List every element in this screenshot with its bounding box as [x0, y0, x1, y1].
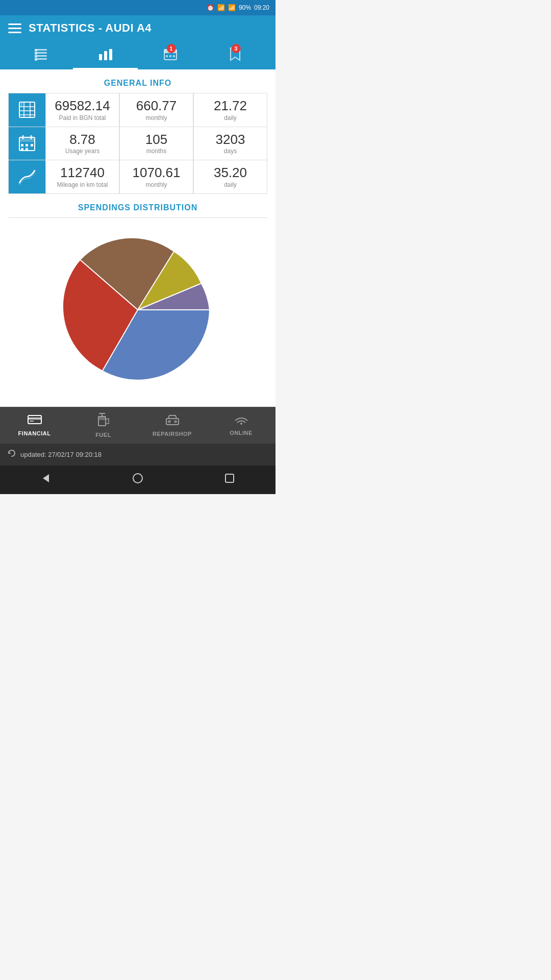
svg-rect-40 — [28, 418, 41, 420]
android-nav — [0, 465, 276, 494]
usage-years-cell: 8.78 Usage years — [45, 127, 119, 160]
tab-bookmark[interactable]: 3 — [203, 42, 267, 69]
calendar-badge: 1 — [166, 44, 176, 53]
svg-rect-7 — [35, 58, 37, 61]
online-nav-icon — [234, 414, 248, 428]
svg-marker-50 — [43, 474, 49, 482]
header-tabs: 1 3 — [8, 42, 267, 69]
months-cell: 105 months — [119, 127, 193, 160]
svg-rect-5 — [35, 52, 37, 55]
bookmark-badge: 3 — [231, 44, 240, 53]
repairshop-nav-label: REPAIRSHOP — [153, 431, 192, 437]
bottom-nav: FINANCIAL FUEL REPAIRSHOP — [0, 407, 276, 444]
menu-button[interactable] — [8, 23, 21, 33]
monthly-cost-label: monthly — [145, 114, 167, 121]
usage-years-value: 8.78 — [69, 132, 95, 147]
calendar-icon-cell — [9, 127, 45, 160]
mileage-total-label: Mileage in km total — [57, 181, 108, 188]
stats-row-time: 8.78 Usage years 105 months 3203 days — [9, 127, 267, 161]
time-text: 09:20 — [254, 4, 269, 11]
svg-rect-52 — [226, 474, 234, 482]
financial-icon-cell: Σ — [9, 93, 45, 127]
monthly-cost-cell: 660.77 monthly — [119, 93, 193, 127]
road-icon-cell — [9, 160, 45, 193]
spendings-title: SPENDINGS DISTRIBUTION — [0, 194, 276, 217]
nav-fuel[interactable]: FUEL — [69, 408, 138, 442]
svg-rect-43 — [98, 416, 106, 420]
stats-row-financial: Σ 69582.14 Paid in BGN total 660.77 mont… — [9, 93, 267, 127]
mileage-total-cell: 112740 Mileage in km total — [45, 160, 119, 193]
page-title: STATISTICS - AUDI A4 — [29, 21, 152, 35]
tab-chart[interactable] — [73, 42, 138, 69]
svg-rect-32 — [21, 148, 23, 151]
mileage-monthly-label: monthly — [145, 181, 167, 188]
mileage-monthly-value: 1070.61 — [133, 165, 181, 180]
svg-rect-6 — [35, 55, 37, 58]
days-value: 3203 — [216, 132, 245, 147]
svg-rect-16 — [169, 55, 171, 57]
svg-rect-4 — [35, 49, 37, 52]
tab-list[interactable] — [8, 42, 73, 69]
home-button[interactable] — [132, 472, 144, 487]
svg-rect-26 — [19, 137, 35, 142]
svg-rect-17 — [173, 55, 175, 57]
mileage-monthly-cell: 1070.61 monthly — [119, 160, 193, 193]
wifi-icon: 📶 — [217, 4, 225, 11]
svg-point-47 — [168, 420, 171, 423]
back-button[interactable] — [40, 472, 52, 487]
svg-rect-33 — [26, 148, 28, 151]
pie-chart — [56, 228, 219, 391]
signal-icon: 📶 — [228, 4, 236, 11]
paid-bgn-value: 69582.14 — [55, 99, 110, 113]
paid-bgn-label: Paid in BGN total — [59, 114, 106, 121]
svg-point-49 — [240, 423, 242, 425]
online-nav-label: ONLINE — [230, 430, 253, 436]
main-content: GENERAL INFO Σ 69582.14 — [0, 69, 276, 407]
daily-cost-value: 21.72 — [214, 99, 247, 113]
svg-point-48 — [174, 420, 177, 423]
repairshop-nav-icon — [165, 413, 180, 429]
general-info-title: GENERAL INFO — [0, 69, 276, 93]
general-info-section: GENERAL INFO Σ 69582.14 — [0, 69, 276, 194]
svg-rect-9 — [104, 51, 107, 60]
financial-nav-label: FINANCIAL — [18, 430, 51, 436]
recents-button[interactable] — [223, 472, 236, 487]
nav-repairshop[interactable]: REPAIRSHOP — [138, 409, 207, 441]
mileage-daily-cell: 35.20 daily — [193, 160, 267, 193]
nav-online[interactable]: ONLINE — [207, 410, 276, 440]
chart-icon — [98, 47, 113, 64]
paid-bgn-cell: 69582.14 Paid in BGN total — [45, 93, 119, 127]
stats-row-mileage: 112740 Mileage in km total 1070.61 month… — [9, 160, 267, 193]
financial-nav-icon — [28, 414, 42, 428]
status-bar: ⏰ 📶 📶 90% 09:20 — [0, 0, 276, 15]
fuel-nav-icon — [97, 412, 110, 430]
pie-chart-container — [0, 218, 276, 397]
spendings-section: SPENDINGS DISTRIBUTION — [0, 194, 276, 407]
spreadsheet-icon: Σ — [18, 101, 36, 119]
svg-rect-41 — [30, 421, 34, 422]
svg-rect-30 — [26, 144, 28, 146]
mileage-total-value: 112740 — [60, 165, 105, 180]
svg-text:Σ: Σ — [20, 103, 23, 106]
update-bar: updated: 27/02/17 09:20:18 — [0, 444, 276, 465]
nav-financial[interactable]: FINANCIAL — [0, 410, 69, 440]
tab-calendar[interactable]: 1 — [138, 42, 203, 69]
calendar-small-icon — [18, 134, 36, 153]
header: STATISTICS - AUDI A4 — [0, 15, 276, 69]
mileage-daily-label: daily — [224, 181, 237, 188]
days-label: days — [224, 148, 237, 155]
stats-table: Σ 69582.14 Paid in BGN total 660.77 mont… — [8, 93, 267, 194]
alarm-icon: ⏰ — [207, 4, 214, 11]
svg-rect-15 — [166, 55, 168, 57]
svg-point-51 — [133, 474, 142, 483]
daily-cost-cell: 21.72 daily — [193, 93, 267, 127]
monthly-cost-value: 660.77 — [136, 99, 177, 113]
fuel-nav-label: FUEL — [95, 432, 111, 438]
svg-rect-31 — [31, 144, 33, 146]
usage-years-label: Usage years — [65, 148, 99, 155]
days-cell: 3203 days — [193, 127, 267, 160]
list-icon — [34, 47, 48, 64]
battery-text: 90% — [239, 4, 251, 11]
svg-rect-29 — [21, 144, 23, 146]
mileage-daily-value: 35.20 — [214, 165, 247, 180]
